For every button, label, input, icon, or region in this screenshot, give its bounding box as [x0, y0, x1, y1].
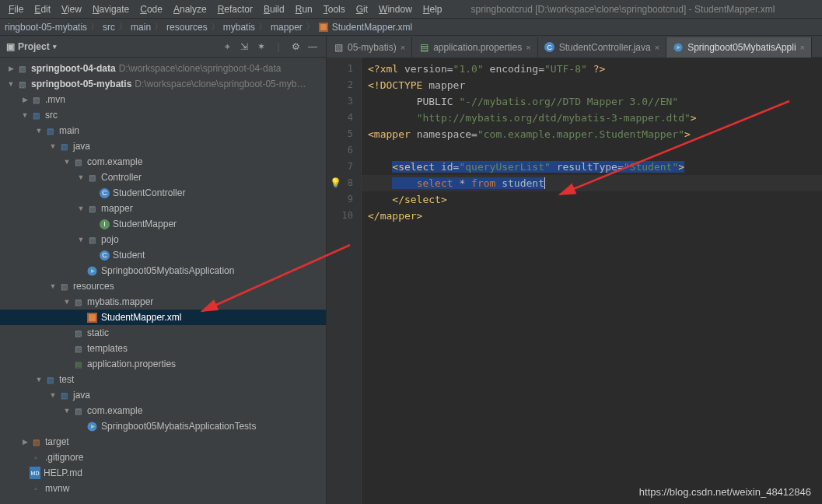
- locate-icon[interactable]: ⌖: [220, 40, 234, 54]
- project-tree[interactable]: ▶▧springboot-04-dataD:\workspace\clone\s…: [0, 58, 326, 504]
- code-line[interactable]: <!DOCTYPE mapper: [368, 77, 822, 93]
- class-icon: C: [100, 250, 110, 261]
- code-line[interactable]: [368, 142, 822, 159]
- menu-refactor[interactable]: Refactor: [212, 2, 258, 16]
- menu-navigate[interactable]: Navigate: [87, 2, 135, 16]
- tree-row[interactable]: ▼▧mybatis.mapper: [0, 294, 326, 310]
- code-line[interactable]: </mapper>: [368, 208, 822, 224]
- tree-twisty[interactable]: ▼: [34, 376, 44, 383]
- menu-view[interactable]: View: [56, 2, 87, 16]
- tree-twisty[interactable]: ▼: [34, 127, 44, 135]
- tree-twisty[interactable]: ▶: [20, 438, 30, 446]
- tree-row[interactable]: ▼▧com.example: [0, 403, 326, 418]
- menu-tools[interactable]: Tools: [318, 2, 351, 16]
- hide-icon[interactable]: —: [306, 40, 320, 54]
- editor-area[interactable]: 12345678💡910 <?xml version="1.0" encodin…: [327, 58, 822, 504]
- editor-panel: ▧05-mybatis)×▤application.properties×CSt…: [327, 36, 822, 504]
- breadcrumb-item[interactable]: mapper〉: [271, 20, 318, 33]
- editor-tab[interactable]: ▧05-mybatis)×: [327, 37, 412, 58]
- menu-file[interactable]: File: [3, 2, 29, 16]
- project-tool-label[interactable]: ▣ Project ▾: [6, 41, 57, 52]
- tree-row[interactable]: ▼▧com.example: [0, 154, 326, 170]
- tree-twisty[interactable]: ▼: [48, 391, 58, 399]
- tree-row[interactable]: ▶▧springboot-04-dataD:\workspace\clone\s…: [0, 61, 326, 76]
- breadcrumb-item[interactable]: mybatis〉: [223, 20, 271, 33]
- tree-twisty[interactable]: ▶: [20, 96, 30, 103]
- tree-row[interactable]: ▫mvnw: [0, 481, 326, 496]
- tree-twisty[interactable]: ▶: [6, 65, 16, 72]
- tree-label: static: [87, 327, 109, 338]
- menu-git[interactable]: Git: [351, 2, 373, 16]
- breadcrumb-item[interactable]: ringboot-05-mybatis〉: [5, 20, 103, 33]
- tree-row[interactable]: ▤application.properties: [0, 356, 326, 372]
- menu-run[interactable]: Run: [290, 2, 318, 16]
- tree-twisty[interactable]: ▼: [62, 158, 72, 166]
- menu-analyze[interactable]: Analyze: [168, 2, 212, 16]
- tree-row[interactable]: ▼▧test: [0, 372, 326, 387]
- code-line[interactable]: </select>: [368, 191, 822, 208]
- tree-twisty[interactable]: ▼: [6, 80, 16, 88]
- tree-row[interactable]: ▼▧main: [0, 123, 326, 138]
- tree-row[interactable]: CStudentController: [0, 185, 326, 201]
- code-line[interactable]: select * from student: [368, 175, 822, 191]
- settings-icon[interactable]: ✶: [254, 40, 268, 54]
- menu-window[interactable]: Window: [373, 2, 418, 16]
- tree-label: .mvn: [45, 94, 65, 105]
- tree-row[interactable]: Springboot05MybatisApplication: [0, 263, 326, 278]
- intention-bulb-icon[interactable]: 💡: [330, 175, 341, 191]
- tree-row[interactable]: StudentMapper.xml: [0, 310, 326, 325]
- tree-twisty[interactable]: ▼: [62, 407, 72, 415]
- editor-tab[interactable]: Springboot05MybatisAppli×: [666, 37, 812, 58]
- editor-tab[interactable]: CStudentController.java×: [538, 37, 667, 58]
- tree-row[interactable]: ▼▧java: [0, 387, 326, 403]
- breadcrumb-item[interactable]: StudentMapper.xml: [318, 22, 412, 33]
- menu-code[interactable]: Code: [135, 2, 168, 16]
- menu-build[interactable]: Build: [258, 2, 290, 16]
- tree-label: springboot-04-data: [31, 63, 116, 74]
- tree-twisty[interactable]: ▼: [76, 205, 86, 212]
- tree-row[interactable]: ▼▧Controller: [0, 170, 326, 185]
- tree-twisty[interactable]: ▼: [62, 298, 72, 306]
- tree-twisty[interactable]: ▼: [76, 173, 86, 181]
- menu-help[interactable]: Help: [418, 2, 448, 16]
- tree-row[interactable]: ▼▧springboot-05-mybatisD:\workspace\clon…: [0, 76, 326, 92]
- tree-row[interactable]: ▼▧src: [0, 107, 326, 123]
- editor-tabs[interactable]: ▧05-mybatis)×▤application.properties×CSt…: [327, 36, 812, 58]
- tree-row[interactable]: ▫.gitignore: [0, 450, 326, 465]
- close-icon[interactable]: ×: [401, 43, 405, 52]
- tree-twisty[interactable]: ▼: [20, 111, 30, 119]
- breadcrumb-item[interactable]: resources〉: [166, 20, 223, 33]
- expand-icon[interactable]: ⇲: [237, 40, 251, 54]
- code-line[interactable]: PUBLIC "-//mybatis.org//DTD Mapper 3.0//…: [368, 93, 822, 110]
- tree-row[interactable]: Springboot05MybatisApplicationTests: [0, 418, 326, 434]
- tree-row[interactable]: ▧templates: [0, 341, 326, 356]
- close-icon[interactable]: ×: [526, 43, 530, 52]
- tree-row[interactable]: ▶▧target: [0, 434, 326, 450]
- tree-twisty[interactable]: ▼: [76, 236, 86, 243]
- menu-edit[interactable]: Edit: [29, 2, 56, 16]
- tree-row[interactable]: ▼▧mapper: [0, 201, 326, 216]
- code-line[interactable]: <select id="queryUserList" resultType="S…: [368, 159, 822, 175]
- code-line[interactable]: <?xml version="1.0" encoding="UTF-8" ?>: [368, 61, 822, 77]
- breadcrumb-item[interactable]: src〉: [103, 20, 131, 33]
- gear-icon[interactable]: ⚙: [289, 40, 303, 54]
- code-line[interactable]: <mapper namespace="com.example.mapper.St…: [368, 126, 822, 142]
- tree-label: springboot-05-mybatis: [31, 79, 131, 89]
- tree-row[interactable]: ▼▧resources: [0, 278, 326, 294]
- tree-twisty[interactable]: ▼: [48, 282, 58, 290]
- code-line[interactable]: "http://mybatis.org/dtd/mybatis-3-mapper…: [368, 110, 822, 126]
- code-content[interactable]: <?xml version="1.0" encoding="UTF-8" ?><…: [362, 58, 822, 504]
- editor-tab[interactable]: ▤application.properties×: [412, 37, 538, 58]
- tree-row[interactable]: ▶▧.mvn: [0, 92, 326, 107]
- tree-row[interactable]: ▼▧java: [0, 138, 326, 154]
- tree-row[interactable]: ▼▧pojo: [0, 232, 326, 247]
- breadcrumb-item[interactable]: main〉: [131, 20, 166, 33]
- tree-row[interactable]: MDHELP.md: [0, 465, 326, 481]
- xml-file-icon: [86, 311, 98, 324]
- close-icon[interactable]: ×: [800, 43, 805, 52]
- tree-twisty[interactable]: ▼: [48, 142, 58, 150]
- tree-row[interactable]: ▧static: [0, 325, 326, 341]
- tree-row[interactable]: CStudent: [0, 247, 326, 263]
- close-icon[interactable]: ×: [655, 43, 659, 52]
- tree-row[interactable]: IStudentMapper: [0, 216, 326, 232]
